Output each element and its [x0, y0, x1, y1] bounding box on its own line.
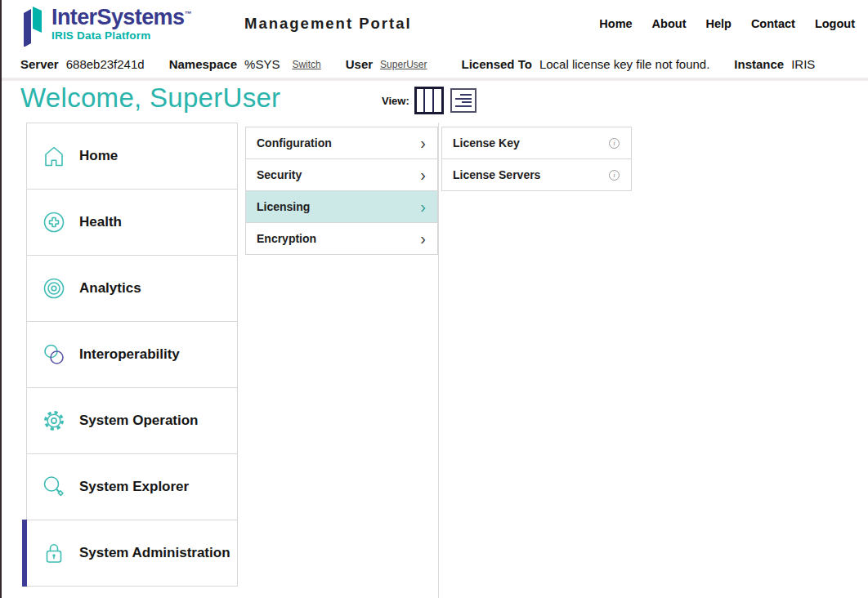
- namespace-label: Namespace: [169, 57, 237, 71]
- nav-logout-link[interactable]: Logout: [815, 17, 855, 30]
- menu-item-license-servers[interactable]: License Servers i: [441, 158, 632, 191]
- user-profile-link[interactable]: SuperUser: [380, 59, 427, 70]
- instance-label: Instance: [734, 57, 784, 71]
- view-label: View:: [382, 95, 409, 107]
- sidebar-item-health[interactable]: Health: [26, 189, 238, 256]
- analytics-icon: [39, 274, 69, 302]
- nav-about-link[interactable]: About: [652, 17, 687, 30]
- brand-tagline: IRIS Data Platform: [51, 29, 191, 42]
- chevron-right-icon: ›: [420, 230, 426, 247]
- menu-item-encryption[interactable]: Encryption ›: [245, 222, 438, 255]
- logo-text: InterSystems™ IRIS Data Platform: [51, 6, 191, 42]
- info-icon[interactable]: i: [609, 170, 620, 181]
- management-portal-page: InterSystems™ IRIS Data Platform Managem…: [0, 0, 868, 598]
- sidebar-item-system-explorer[interactable]: System Explorer: [26, 453, 238, 520]
- gear-icon: [39, 407, 69, 435]
- info-icon[interactable]: i: [609, 138, 620, 149]
- lock-icon: [39, 539, 69, 567]
- intersystems-logo-mark-icon: [20, 6, 46, 50]
- top-navigation: Home About Help Contact Logout: [599, 17, 855, 30]
- sidebar-item-analytics[interactable]: Analytics: [26, 255, 238, 322]
- server-label: Server: [20, 57, 59, 71]
- home-icon: [39, 142, 69, 170]
- list-view-icon[interactable]: [450, 88, 477, 113]
- columns-view-icon[interactable]: [414, 87, 444, 114]
- namespace-value: %SYS: [244, 57, 280, 71]
- nav-help-link[interactable]: Help: [705, 17, 731, 30]
- page-title: Management Portal: [244, 15, 412, 33]
- health-icon: [39, 208, 69, 236]
- sidebar-item-interoperability[interactable]: Interoperability: [26, 321, 238, 388]
- brand-name: InterSystems™: [51, 6, 191, 29]
- magnifier-icon: [39, 473, 69, 501]
- sidebar-item-home[interactable]: Home: [26, 123, 238, 190]
- menu-item-configuration[interactable]: Configuration ›: [245, 127, 438, 159]
- licensed-to-value: Local license key file not found.: [539, 57, 709, 71]
- menu-item-license-key[interactable]: License Key i: [441, 127, 632, 159]
- selected-accent-bar: [22, 520, 27, 587]
- chevron-right-icon: ›: [420, 199, 426, 215]
- user-label: User: [346, 57, 373, 71]
- main-content: Home Health: [0, 123, 868, 598]
- licensing-menu: License Key i License Servers i: [441, 127, 632, 191]
- column-divider: [438, 123, 439, 598]
- menu-item-licensing[interactable]: Licensing ›: [245, 190, 438, 223]
- welcome-bar: Welcome, SuperUser View:: [0, 81, 868, 123]
- interoperability-icon: [39, 341, 69, 368]
- sidebar-item-system-administration[interactable]: System Administration: [26, 520, 238, 587]
- intersystems-logo[interactable]: InterSystems™ IRIS Data Platform: [20, 6, 191, 50]
- top-bar: InterSystems™ IRIS Data Platform Managem…: [0, 0, 868, 51]
- server-value: 688eb23f241d: [66, 57, 145, 71]
- licensed-to-label: Licensed To: [461, 57, 531, 71]
- trademark: ™: [184, 10, 190, 18]
- view-controls: View:: [382, 87, 477, 114]
- chevron-right-icon: ›: [420, 167, 426, 183]
- nav-contact-link[interactable]: Contact: [751, 17, 795, 30]
- instance-value: IRIS: [791, 57, 815, 71]
- nav-home-link[interactable]: Home: [599, 17, 632, 30]
- chevron-right-icon: ›: [420, 135, 426, 151]
- server-info-bar: Server 688eb23f241d Namespace %SYS Switc…: [0, 51, 868, 78]
- system-administration-menu: Configuration › Security › Licensing › E…: [245, 127, 438, 255]
- welcome-heading: Welcome, SuperUser: [20, 83, 280, 114]
- menu-item-security[interactable]: Security ›: [245, 158, 438, 191]
- sidebar-item-system-operation[interactable]: System Operation: [26, 387, 238, 454]
- switch-namespace-link[interactable]: Switch: [292, 59, 320, 70]
- sidebar-menu: Home Health: [26, 123, 238, 587]
- window-left-edge: [0, 0, 2, 598]
